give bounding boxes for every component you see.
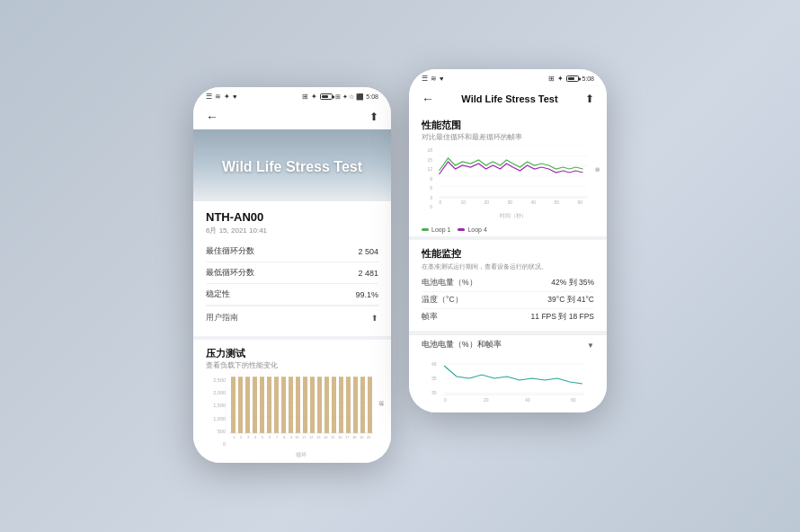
svg-text:0: 0 [440, 200, 442, 205]
svg-text:13: 13 [316, 435, 321, 439]
user-guide-share-icon[interactable]: ⬆ [371, 314, 378, 323]
nfc-icon: ⊞ [302, 93, 308, 101]
y-r-4: 12 [422, 166, 432, 172]
signal-icon: ☰ [206, 93, 212, 101]
small-chart-container: 40 35 30 0 20 40 60 [409, 355, 607, 412]
y-label-2: 1,000 [206, 416, 226, 421]
stat-label-best: 最佳循环分数 [206, 245, 254, 257]
svg-rect-14 [296, 377, 300, 433]
svg-rect-15 [303, 377, 307, 433]
svg-text:14: 14 [324, 435, 328, 439]
time-left: ⊞ ✦ ☆ ⬛ 5:08 [335, 93, 378, 101]
svg-rect-7 [245, 377, 250, 433]
perf-range-title: 性能范围 [422, 119, 594, 132]
svg-text:20: 20 [367, 435, 371, 439]
svg-rect-18 [324, 377, 329, 433]
x-axis-label-right: 时间（秒） [434, 210, 592, 220]
perf-range-subtitle: 对比最佳循环和最差循环的帧率 [422, 133, 594, 142]
monitor-row-battery: 电池电量（%） 42% 到 35% [422, 275, 594, 292]
svg-rect-9 [260, 377, 264, 433]
legend-loop4: Loop 4 [458, 226, 486, 233]
svg-text:12: 12 [309, 435, 314, 439]
dropdown-arrow-icon[interactable]: ▼ [587, 341, 594, 350]
nav-title-right: Wild Life Stress Test [461, 93, 557, 104]
svg-text:4: 4 [254, 435, 257, 439]
svg-rect-6 [238, 377, 243, 433]
svg-text:7: 7 [276, 435, 279, 439]
stat-value-best: 2 504 [358, 247, 378, 256]
time-right: 5:08 [582, 75, 594, 82]
back-button-left[interactable]: ← [206, 110, 218, 124]
svg-text:5: 5 [262, 435, 264, 439]
alarm-icon-r: ✦ [557, 75, 564, 83]
svg-text:17: 17 [345, 435, 350, 439]
wifi-icon-r: ≋ [431, 75, 437, 83]
hero-section: Wild Life Stress Test [193, 129, 391, 201]
share-button-left[interactable]: ⬆ [369, 111, 378, 123]
stat-row-worst: 最低循环分数 2 481 [206, 262, 378, 284]
perf-range-section: 性能范围 对比最佳循环和最差循环的帧率 [409, 111, 607, 146]
y-r-5: 15 [422, 157, 432, 163]
svg-text:2: 2 [240, 435, 243, 439]
svg-rect-21 [346, 377, 351, 433]
svg-text:40: 40 [531, 200, 537, 205]
svg-text:1: 1 [233, 435, 236, 439]
right-phone: ☰ ≋ ♥ ⊞ ✦ 5:08 ← Wild Life Stress Test ⬆… [409, 69, 607, 412]
y-label-0: 0 [206, 441, 226, 447]
user-guide-label: 用户指南 [206, 312, 238, 324]
svg-text:30: 30 [508, 200, 513, 205]
bar-chart-wrapper: 2,500 2,000 1,500 1,000 500 0 [193, 374, 391, 463]
monitor-value-fps: 11 FPS 到 18 FPS [531, 312, 594, 323]
device-date: 6月 15, 2021 10:41 [206, 226, 378, 235]
monitor-subtitle: 在基准测试运行期间，查看设备运行的状况。 [422, 262, 594, 271]
status-bar-right: ☰ ≋ ♥ ⊞ ✦ 5:08 [409, 69, 607, 86]
svg-rect-23 [360, 377, 365, 433]
legend-loop1: Loop 1 [422, 226, 450, 233]
svg-text:15: 15 [331, 435, 335, 439]
left-phone: ☰ ≋ ✦ ♥ ⊞ ✦ ⊞ ✦ ☆ ⬛ 5:08 ← ⬆ Wild Life S… [193, 87, 391, 463]
y-label-4: 2,000 [206, 390, 226, 395]
line-chart-area: 0 10 20 30 40 50 60 时间（秒） [434, 146, 592, 220]
y-label-1: 500 [206, 429, 226, 434]
dropdown-row[interactable]: 电池电量（%）和帧率 ▼ [409, 334, 607, 355]
pressure-section-header: 压力测试 查看负载下的性能变化 [193, 340, 391, 374]
nav-bar-right: ← Wild Life Stress Test ⬆ [409, 86, 607, 111]
svg-text:18: 18 [352, 435, 357, 439]
chart-legend: Loop 1 Loop 4 [409, 224, 607, 236]
legend-label-loop1: Loop 1 [431, 226, 450, 233]
misc-icon: ♥ [233, 93, 236, 101]
battery-icon-r [566, 75, 579, 82]
legend-label-loop4: Loop 4 [467, 226, 486, 233]
monitor-label-battery: 电池电量（%） [422, 278, 477, 288]
svg-text:35: 35 [431, 376, 437, 381]
monitor-section: 性能监控 在基准测试运行期间，查看设备运行的状况。 电池电量（%） 42% 到 … [409, 240, 607, 331]
nav-bar-left: ← ⬆ [193, 104, 391, 129]
alarm-icon: ✦ [311, 93, 317, 101]
device-name: NTH-AN00 [206, 210, 378, 224]
svg-rect-17 [317, 377, 322, 433]
misc-icon-r: ♥ [440, 75, 443, 83]
hero-title: Wild Life Stress Test [222, 158, 362, 177]
y-r-1: 3 [422, 195, 432, 200]
status-icons-right-right: ⊞ ✦ 5:08 [548, 75, 594, 83]
y-r-3: 9 [422, 176, 432, 182]
nfc-icon-r: ⊞ [548, 75, 555, 83]
stat-row-stability: 稳定性 99.1% [206, 284, 378, 306]
svg-rect-8 [253, 377, 257, 433]
share-button-right[interactable]: ⬆ [585, 93, 594, 105]
svg-text:11: 11 [302, 435, 307, 439]
svg-text:20: 20 [484, 200, 490, 205]
pressure-title: 压力测试 [206, 347, 378, 360]
bar-chart-svg: 1 2 3 4 5 6 7 8 9 10 11 12 13 14 15 16 1 [227, 374, 375, 446]
y-r-6: 18 [422, 147, 432, 153]
legend-dot-loop4 [458, 228, 465, 231]
back-button-right[interactable]: ← [422, 92, 434, 106]
device-info: NTH-AN00 6月 15, 2021 10:41 最佳循环分数 2 504 … [193, 201, 391, 336]
status-bar-left: ☰ ≋ ✦ ♥ ⊞ ✦ ⊞ ✦ ☆ ⬛ 5:08 [193, 87, 391, 104]
monitor-value-battery: 42% 到 35% [551, 278, 594, 288]
monitor-row-temp: 温度（°C） 39°C 到 41°C [422, 292, 594, 309]
user-guide-row[interactable]: 用户指南 ⬆ [206, 306, 378, 327]
svg-text:19: 19 [360, 435, 364, 439]
svg-rect-5 [231, 377, 236, 433]
svg-rect-12 [281, 377, 286, 433]
